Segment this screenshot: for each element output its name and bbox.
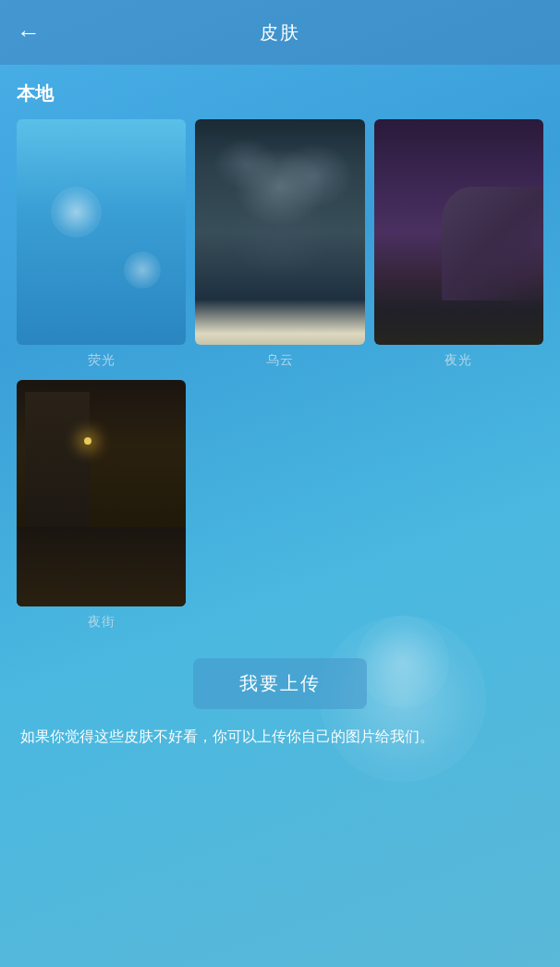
street-light (84, 437, 91, 445)
skin-label-2: 乌云 (266, 352, 294, 369)
skin-item-2[interactable]: 乌云 (195, 119, 364, 369)
section-local-title: 本地 (17, 81, 543, 106)
skin-thumbnail-1 (17, 119, 186, 345)
skin-item-3[interactable]: 夜光 (374, 119, 543, 369)
street-surface (17, 527, 186, 606)
skin-thumbnail-2 (195, 119, 364, 345)
footer-description: 如果你觉得这些皮肤不好看，你可以上传你自己的图片给我们。 (17, 724, 543, 749)
upload-section: 我要上传 (17, 658, 543, 709)
skin-thumbnail-3 (374, 119, 543, 345)
back-button[interactable]: ← (17, 20, 41, 44)
skin-item-1[interactable]: 荧光 (17, 119, 186, 369)
skin-label-3: 夜光 (444, 352, 472, 369)
skin-item-4[interactable]: 夜街 (17, 380, 186, 630)
page-title: 皮肤 (260, 20, 300, 45)
header: ← 皮肤 (0, 0, 560, 65)
skin-thumbnail-4 (17, 380, 186, 606)
skin-label-4: 夜街 (88, 614, 116, 630)
skin-label-1: 荧光 (88, 352, 116, 369)
cloud-overlay (195, 119, 364, 345)
skin-grid-row1: 荧光 乌云 夜光 (17, 119, 543, 369)
main-content: 本地 荧光 乌云 夜光 夜街 (0, 65, 560, 749)
skin-grid-row2: 夜街 (17, 380, 543, 630)
upload-button[interactable]: 我要上传 (193, 658, 367, 709)
